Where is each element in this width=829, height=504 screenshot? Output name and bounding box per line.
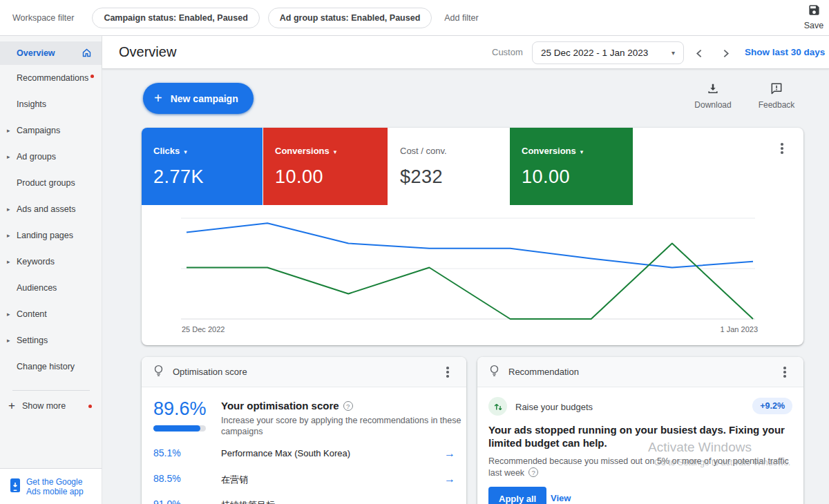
sidebar-item-landing-pages[interactable]: ▸ Landing pages [0, 222, 102, 249]
performance-chart-card: Clicks▾ 2.77K Conversions▾ 10.00 Cost / … [142, 128, 803, 345]
trend-line-chart [142, 205, 803, 343]
apply-all-button[interactable]: Apply all [488, 487, 546, 504]
chart-card-menu-button[interactable] [776, 142, 788, 155]
sidebar-item-label: Settings [17, 336, 48, 345]
show-last-30-days-button[interactable]: Show last 30 days [745, 47, 825, 57]
notification-dot [90, 75, 94, 78]
chevron-down-icon: ▾ [334, 148, 337, 155]
lightbulb-icon [488, 364, 500, 380]
expand-arrow-icon: ▸ [7, 258, 10, 265]
sidebar-item-label: Keywords [17, 257, 55, 266]
recommendation-card-menu-button[interactable] [779, 365, 791, 379]
sidebar-item-product-groups[interactable]: Product groups [0, 170, 102, 196]
ad-group-status-filter-chip[interactable]: Ad group status: Enabled, Paused [268, 8, 432, 28]
chevron-down-icon: ▾ [184, 148, 187, 155]
download-label: Download [691, 100, 735, 110]
sidebar-item-settings[interactable]: ▸ Settings [0, 327, 102, 353]
expand-arrow-icon: ▸ [7, 311, 10, 318]
metric-card-cost-per-conv[interactable]: Cost / conv.▾ $232 [388, 128, 510, 205]
sidebar-item-audiences[interactable]: Audiences [0, 275, 102, 301]
campaign-score: 91.0% [153, 498, 181, 504]
sidebar-item-label: Product groups [17, 178, 75, 188]
view-button[interactable]: View [551, 493, 571, 503]
optimisation-score-value: 89.6% [153, 398, 207, 420]
previous-period-button[interactable] [691, 45, 707, 61]
new-campaign-button[interactable]: + New campaign [143, 83, 254, 114]
recommendation-reason: Recommended because you missed out on 5%… [488, 456, 794, 479]
save-icon [808, 7, 821, 19]
add-filter-button[interactable]: Add filter [444, 13, 478, 23]
recommendation-headline: Your ads stopped running on your busiest… [488, 423, 795, 449]
date-range-value: 25 Dec 2022 - 1 Jan 2023 [541, 48, 671, 58]
metric-card-conversions-2[interactable]: Conversions▾ 10.00 [510, 128, 633, 205]
sidebar-item-label: Overview [17, 48, 55, 58]
ad-group-status-filter-label: Ad group status: Enabled, Paused [280, 13, 421, 23]
show-more-button[interactable]: + Show more [0, 397, 102, 415]
right-arrow-icon[interactable]: → [444, 498, 455, 504]
filter-bar: Workspace filter Campaign status: Enable… [0, 0, 829, 36]
sidebar-item-label: Content [17, 309, 47, 319]
card-title: Optimisation score [173, 367, 247, 377]
content-area: + New campaign Download Feedback Clicks▾… [102, 69, 829, 504]
metric-value: $232 [400, 166, 509, 188]
mobile-app-label: Get the Google Ads mobile app [26, 477, 90, 496]
campaign-score-row[interactable]: 91.0% 持续推筹目标 → [142, 498, 466, 504]
date-range-selector[interactable]: 25 Dec 2022 - 1 Jan 2023 ▾ [532, 41, 684, 64]
chevron-down-icon: ▾ [580, 148, 584, 155]
optimisation-score-card: Optimisation score 89.6% Your optimisati… [142, 357, 466, 504]
expand-arrow-icon: ▸ [7, 337, 10, 344]
sidebar-nav: Overview Recommendations Insights ▸ Camp… [0, 41, 102, 380]
recommendation-card: Recommendation Raise your budgets +9.2% … [477, 357, 803, 504]
page-title: Overview [119, 44, 176, 60]
campaign-name: Performance Max (South Korea) [221, 448, 350, 458]
right-arrow-icon[interactable]: → [444, 447, 455, 460]
mobile-app-link[interactable]: Get the Google Ads mobile app [0, 468, 102, 504]
sidebar-item-change-history[interactable]: Change history [0, 353, 102, 380]
sidebar-item-keywords[interactable]: ▸ Keywords [0, 249, 102, 275]
sidebar-item-overview[interactable]: Overview [0, 41, 102, 65]
campaign-name: 持续推筹目标 [221, 499, 275, 504]
feedback-label: Feedback [754, 100, 799, 110]
sidebar-item-ad-groups[interactable]: ▸ Ad groups [0, 144, 102, 170]
notification-dot [88, 405, 92, 408]
sidebar-item-label: Campaigns [17, 126, 60, 135]
expand-arrow-icon: ▸ [7, 206, 10, 213]
sidebar-item-insights[interactable]: Insights [0, 91, 102, 117]
right-arrow-icon[interactable]: → [444, 473, 455, 485]
card-header: Optimisation score [142, 357, 466, 387]
campaign-score: 85.1% [153, 447, 181, 458]
campaign-status-filter-label: Campaign status: Enabled, Paused [104, 13, 247, 23]
new-campaign-label: New campaign [171, 93, 238, 104]
metric-cards-row: Clicks▾ 2.77K Conversions▾ 10.00 Cost / … [142, 128, 803, 205]
recommendation-item-title[interactable]: Raise your budgets [515, 402, 593, 412]
sidebar-item-recommendations[interactable]: Recommendations [0, 65, 102, 91]
save-button[interactable]: Save [793, 3, 829, 30]
plus-icon: + [8, 399, 15, 413]
sidebar-divider [12, 390, 90, 391]
sidebar-item-ads-and-assets[interactable]: ▸ Ads and assets [0, 196, 102, 222]
campaign-score-row[interactable]: 88.5% 在营销 → [142, 473, 466, 490]
chevron-down-icon: ▾ [671, 49, 675, 57]
campaign-score-row[interactable]: 85.1% Performance Max (South Korea) → [142, 447, 466, 464]
sidebar-item-content[interactable]: ▸ Content [0, 301, 102, 327]
campaign-status-filter-chip[interactable]: Campaign status: Enabled, Paused [92, 8, 259, 28]
sidebar-item-campaigns[interactable]: ▸ Campaigns [0, 117, 102, 144]
x-axis-end-label: 1 Jan 2023 [721, 325, 758, 333]
optimisation-score-progress-bar [153, 425, 206, 432]
show-more-label: Show more [22, 401, 66, 411]
help-icon[interactable]: ? [343, 401, 353, 411]
next-period-button[interactable] [717, 45, 734, 61]
download-icon [706, 86, 720, 97]
feedback-button[interactable]: Feedback [754, 81, 799, 110]
campaign-name: 在营销 [221, 474, 248, 486]
sidebar-item-label: Landing pages [17, 231, 73, 240]
download-button[interactable]: Download [691, 81, 735, 110]
help-icon[interactable]: ? [528, 467, 538, 477]
metric-card-conversions[interactable]: Conversions▾ 10.00 [263, 128, 388, 205]
optimisation-title-text: Your optimisation score [221, 400, 339, 411]
metric-card-clicks[interactable]: Clicks▾ 2.77K [142, 128, 263, 205]
optimisation-card-menu-button[interactable] [441, 365, 454, 379]
budgets-arrows-icon [488, 397, 507, 416]
campaign-score: 88.5% [153, 473, 181, 484]
metric-label: Clicks [153, 146, 180, 156]
